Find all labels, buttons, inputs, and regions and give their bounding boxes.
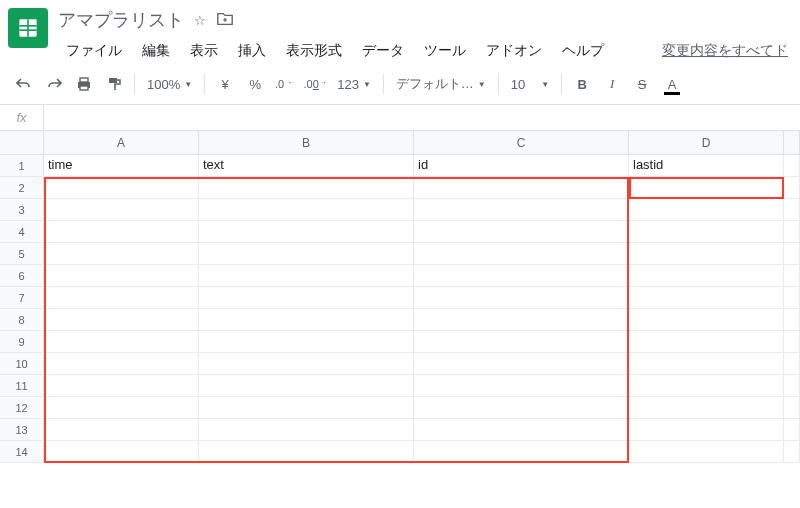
cell-A6[interactable]: [44, 265, 199, 286]
menu-view[interactable]: 表示: [182, 38, 226, 64]
cell-B7[interactable]: [199, 287, 414, 308]
cell-B5[interactable]: [199, 243, 414, 264]
cell-A8[interactable]: [44, 309, 199, 330]
italic-button[interactable]: I: [598, 70, 626, 98]
cell-C7[interactable]: [414, 287, 629, 308]
cell-D1[interactable]: lastid: [629, 155, 784, 176]
print-button[interactable]: [70, 70, 98, 98]
font-family-dropdown[interactable]: デフォルト…▼: [390, 70, 492, 98]
cell-B6[interactable]: [199, 265, 414, 286]
menu-file[interactable]: ファイル: [58, 38, 130, 64]
cell-C3[interactable]: [414, 199, 629, 220]
row-header[interactable]: 13: [0, 419, 44, 440]
cell-D9[interactable]: [629, 331, 784, 352]
cell-E1[interactable]: [784, 155, 800, 176]
cell-D2[interactable]: [629, 177, 784, 198]
cell-E5[interactable]: [784, 243, 800, 264]
star-icon[interactable]: ☆: [194, 13, 206, 28]
cell-E2[interactable]: [784, 177, 800, 198]
cell-D7[interactable]: [629, 287, 784, 308]
column-header-A[interactable]: A: [44, 131, 199, 154]
column-header-C[interactable]: C: [414, 131, 629, 154]
cell-C1[interactable]: id: [414, 155, 629, 176]
redo-button[interactable]: [40, 70, 68, 98]
cell-E4[interactable]: [784, 221, 800, 242]
cell-D14[interactable]: [629, 441, 784, 462]
cell-E6[interactable]: [784, 265, 800, 286]
menu-help[interactable]: ヘルプ: [554, 38, 612, 64]
sheets-logo[interactable]: [8, 8, 48, 48]
cell-C14[interactable]: [414, 441, 629, 462]
row-header[interactable]: 1: [0, 155, 44, 176]
font-size-dropdown[interactable]: 10▼: [505, 70, 555, 98]
cell-B2[interactable]: [199, 177, 414, 198]
increase-decimal-button[interactable]: .00→: [301, 70, 329, 98]
cell-A12[interactable]: [44, 397, 199, 418]
cell-B13[interactable]: [199, 419, 414, 440]
cell-C6[interactable]: [414, 265, 629, 286]
cell-E13[interactable]: [784, 419, 800, 440]
cell-B14[interactable]: [199, 441, 414, 462]
cell-A3[interactable]: [44, 199, 199, 220]
cell-B11[interactable]: [199, 375, 414, 396]
cell-D11[interactable]: [629, 375, 784, 396]
cell-A11[interactable]: [44, 375, 199, 396]
cell-E14[interactable]: [784, 441, 800, 462]
menu-edit[interactable]: 編集: [134, 38, 178, 64]
cell-D10[interactable]: [629, 353, 784, 374]
cell-C4[interactable]: [414, 221, 629, 242]
cell-D5[interactable]: [629, 243, 784, 264]
cell-A14[interactable]: [44, 441, 199, 462]
cell-C8[interactable]: [414, 309, 629, 330]
cell-C13[interactable]: [414, 419, 629, 440]
menu-format[interactable]: 表示形式: [278, 38, 350, 64]
column-header-D[interactable]: D: [629, 131, 784, 154]
row-header[interactable]: 3: [0, 199, 44, 220]
more-formats-dropdown[interactable]: 123▼: [331, 70, 377, 98]
cell-A9[interactable]: [44, 331, 199, 352]
row-header[interactable]: 12: [0, 397, 44, 418]
row-header[interactable]: 9: [0, 331, 44, 352]
cell-C12[interactable]: [414, 397, 629, 418]
row-header[interactable]: 10: [0, 353, 44, 374]
cell-A13[interactable]: [44, 419, 199, 440]
text-color-button[interactable]: A: [658, 70, 686, 98]
cell-B10[interactable]: [199, 353, 414, 374]
row-header[interactable]: 11: [0, 375, 44, 396]
cell-D3[interactable]: [629, 199, 784, 220]
cell-B9[interactable]: [199, 331, 414, 352]
cell-E7[interactable]: [784, 287, 800, 308]
column-header-B[interactable]: B: [199, 131, 414, 154]
row-header[interactable]: 6: [0, 265, 44, 286]
decrease-decimal-button[interactable]: .0 ←: [271, 70, 299, 98]
cell-C5[interactable]: [414, 243, 629, 264]
cell-D4[interactable]: [629, 221, 784, 242]
undo-button[interactable]: [10, 70, 38, 98]
cell-A7[interactable]: [44, 287, 199, 308]
cell-E10[interactable]: [784, 353, 800, 374]
cell-C11[interactable]: [414, 375, 629, 396]
cell-D13[interactable]: [629, 419, 784, 440]
cell-D12[interactable]: [629, 397, 784, 418]
cell-B4[interactable]: [199, 221, 414, 242]
cell-D8[interactable]: [629, 309, 784, 330]
format-percent-button[interactable]: %: [241, 70, 269, 98]
format-currency-button[interactable]: ¥: [211, 70, 239, 98]
select-all-corner[interactable]: [0, 131, 44, 154]
row-header[interactable]: 7: [0, 287, 44, 308]
cell-B12[interactable]: [199, 397, 414, 418]
cell-A5[interactable]: [44, 243, 199, 264]
cell-E9[interactable]: [784, 331, 800, 352]
cell-E3[interactable]: [784, 199, 800, 220]
row-header[interactable]: 14: [0, 441, 44, 462]
column-header-E[interactable]: [784, 131, 800, 154]
row-header[interactable]: 2: [0, 177, 44, 198]
cell-E11[interactable]: [784, 375, 800, 396]
row-header[interactable]: 4: [0, 221, 44, 242]
cell-A10[interactable]: [44, 353, 199, 374]
formula-input[interactable]: [44, 105, 800, 130]
paint-format-button[interactable]: [100, 70, 128, 98]
cell-B8[interactable]: [199, 309, 414, 330]
menu-insert[interactable]: 挿入: [230, 38, 274, 64]
cell-E8[interactable]: [784, 309, 800, 330]
